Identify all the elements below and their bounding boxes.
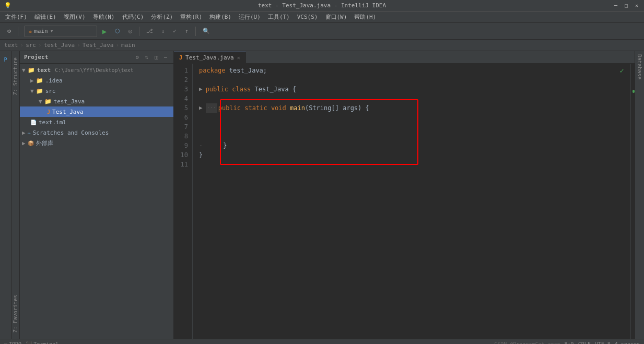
menu-file[interactable]: 文件(F) <box>2 12 30 22</box>
run-config-icon: ☕ <box>29 28 32 34</box>
menu-window[interactable]: 窗口(W) <box>322 12 350 22</box>
z-favorites-tab[interactable]: Z: Favorites <box>11 293 19 335</box>
update-button[interactable]: ↓ <box>158 25 168 38</box>
menu-view[interactable]: 视图(V) <box>61 12 89 22</box>
tree-item-scratches[interactable]: ▶ ✏ Scratches and Consoles <box>20 127 173 138</box>
commit-button[interactable]: ✓ <box>170 25 180 38</box>
title-bar: 💡 text - Test_Java.java - IntelliJ IDEA … <box>0 0 644 11</box>
project-panel: Project ⚙ ⇅ ◫ — ▼ 📁 text C:\Users\YYY\De… <box>20 51 174 339</box>
expand-icon-idea: ▶ <box>30 77 34 84</box>
code-line-2 <box>199 75 624 85</box>
iml-file-icon: 📄 <box>30 120 37 125</box>
z-structure-tab[interactable]: Z: Structure <box>11 55 19 97</box>
toolbar-sep-1 <box>18 27 18 36</box>
terminal-label: Terminal <box>33 341 58 344</box>
terminal-button[interactable]: ⬛ Terminal <box>26 341 58 344</box>
tree-item-label-external: 外部库 <box>36 139 53 147</box>
src-folder-icon: 📁 <box>36 88 43 94</box>
indent-setting[interactable]: 4 spaces <box>615 341 640 344</box>
breadcrumb-method: main <box>121 42 135 49</box>
encoding[interactable]: UTF-8 <box>595 341 611 344</box>
menu-tools[interactable]: 工具(T) <box>265 12 293 22</box>
idea-folder-icon: 📁 <box>36 77 43 84</box>
path-label: C:\Users\YYY\Desktop\text <box>55 67 134 73</box>
code-line-10: } <box>199 150 624 160</box>
database-tab[interactable]: Database <box>636 51 643 82</box>
toolbar-settings-button[interactable]: ⚙ <box>4 25 14 38</box>
todo-button[interactable]: ☑ TODO <box>4 341 21 344</box>
tree-item-test-java[interactable]: ▼ 📁 test_Java <box>20 96 173 106</box>
tab-java-icon: J <box>179 55 182 61</box>
coverage-button[interactable]: ◎ <box>125 25 135 38</box>
project-tool-hide[interactable]: — <box>162 54 169 61</box>
close-button[interactable]: ✕ <box>634 3 640 9</box>
todo-label: TODO <box>9 341 21 344</box>
run-configuration[interactable]: ☕ main ▾ <box>24 26 97 37</box>
tree-item-label-src: src <box>45 88 56 94</box>
menu-code[interactable]: 代码(C) <box>119 12 147 22</box>
status-bar: ☑ TODO ⬛ Terminal CSDN @ProgramCat_aoao … <box>0 339 644 344</box>
cursor-position[interactable]: 8:9 <box>565 341 574 344</box>
line-ending[interactable]: CRLF <box>578 341 591 344</box>
tab-close-button[interactable]: ✕ <box>237 55 240 61</box>
editor-tab-TestJava[interactable]: J Test_Java.java ✕ <box>174 52 246 63</box>
left-side-tabs: Z: Structure Z: Favorites <box>11 51 20 339</box>
code-line-3: ▶ public class Test_Java { <box>199 85 624 94</box>
tree-item-src[interactable]: ▼ 📁 src <box>20 86 173 96</box>
tree-item-Test-Java[interactable]: J Test_Java <box>20 106 173 117</box>
expand-icon-testjava: ▼ <box>39 98 42 105</box>
menu-help[interactable]: 帮助(H) <box>351 12 379 22</box>
minimize-button[interactable]: ─ <box>613 3 619 9</box>
run-config-dropdown-icon: ▾ <box>50 28 54 34</box>
code-line-11 <box>199 160 624 169</box>
menu-run[interactable]: 运行(U) <box>236 12 264 22</box>
push-button[interactable]: ↑ <box>182 25 192 38</box>
testjava-folder-icon: 📁 <box>44 98 52 105</box>
menu-navigate[interactable]: 导航(N) <box>90 12 118 22</box>
window-title: text - Test_Java.java - IntelliJ IDEA <box>258 2 386 9</box>
project-tool-gear[interactable]: ⚙ <box>134 54 141 61</box>
tree-item-idea[interactable]: ▶ 📁 .idea <box>20 75 173 86</box>
project-tool-collapse[interactable]: ◫ <box>153 54 160 61</box>
tree-item-iml[interactable]: 📄 text.iml <box>20 117 173 127</box>
watermark-label: CSDN @ProgramCat_aoao <box>494 341 560 344</box>
debug-button[interactable]: ⬡ <box>112 25 123 38</box>
external-icon: 📦 <box>28 140 34 146</box>
status-bar-right: CSDN @ProgramCat_aoao 8:9 CRLF UTF-8 4 s… <box>494 341 640 344</box>
menu-bar: 文件(F) 编辑(E) 视图(V) 导航(N) 代码(C) 分析(Z) 重构(R… <box>0 11 644 23</box>
code-content[interactable]: ✓ package test_Java; ▶ public class Test… <box>193 64 630 339</box>
code-line-4 <box>199 94 624 103</box>
project-panel-tools: ⚙ ⇅ ◫ — <box>134 54 169 61</box>
code-editor[interactable]: 1 2 3 4 5 6 7 8 9 10 11 ✓ package test_J… <box>174 64 635 339</box>
toolbar: ⚙ ☕ main ▾ ▶ ⬡ ◎ ⎇ ↓ ✓ ↑ 🔍 <box>0 23 644 40</box>
maximize-button[interactable]: □ <box>623 3 629 9</box>
run-config-label: main <box>34 28 48 34</box>
menu-refactor[interactable]: 重构(R) <box>177 12 205 22</box>
green-check-icon: ✓ <box>620 66 624 75</box>
run-button[interactable]: ▶ <box>99 25 110 38</box>
title-bar-left: 💡 <box>4 2 11 9</box>
search-everywhere-button[interactable]: 🔍 <box>200 25 213 38</box>
tree-item-external[interactable]: ▶ 📦 外部库 <box>20 138 173 148</box>
scratches-icon: ✏ <box>28 130 31 136</box>
project-tree: ▼ 📁 text C:\Users\YYY\Desktop\text ▶ 📁 .… <box>20 64 173 339</box>
menu-vcs[interactable]: VCS(S) <box>294 13 321 21</box>
menu-edit[interactable]: 编辑(E) <box>31 12 60 22</box>
java-file-icon: J <box>47 109 50 115</box>
tree-item-root[interactable]: ▼ 📁 text C:\Users\YYY\Desktop\text <box>20 65 173 75</box>
project-tab-button[interactable]: P <box>2 55 10 64</box>
app-icon: 💡 <box>4 2 11 9</box>
menu-analyze[interactable]: 分析(Z) <box>148 12 176 22</box>
project-tool-sort[interactable]: ⇅ <box>143 54 150 61</box>
expand-icon: ▼ <box>22 67 26 74</box>
editor-area: J Test_Java.java ✕ 1 2 3 4 5 6 7 8 9 10 … <box>174 51 635 339</box>
tree-item-label-scratches: Scratches and Consoles <box>33 129 109 136</box>
menu-build[interactable]: 构建(B) <box>206 12 235 22</box>
main-layout: P Z: Structure Z: Favorites Project ⚙ ⇅ … <box>0 51 644 339</box>
breadcrumb-package: test_Java <box>44 42 75 49</box>
toolbar-sep-3 <box>195 27 196 36</box>
tree-item-label-idea: .idea <box>45 77 63 84</box>
git-button[interactable]: ⎇ <box>143 25 156 38</box>
tab-label: Test_Java.java <box>185 54 234 61</box>
line-numbers: 1 2 3 4 5 6 7 8 9 10 11 <box>174 64 193 339</box>
